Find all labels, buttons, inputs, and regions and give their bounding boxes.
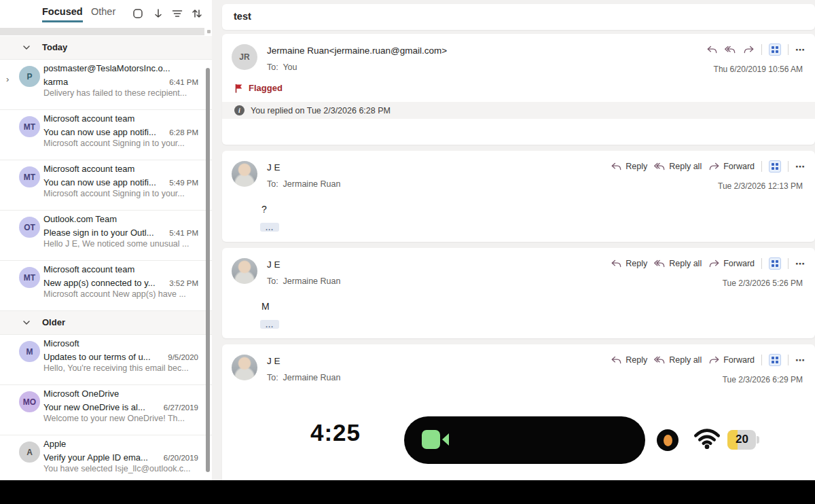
message-body: M — [261, 301, 270, 312]
item-subject: Please sign in to your Outl... — [43, 228, 164, 238]
avatar-photo — [232, 161, 257, 187]
item-time: 6:28 PM — [169, 128, 198, 137]
message-recipient: To: You — [267, 62, 297, 72]
item-subject: Your new OneDrive is al... — [43, 402, 158, 412]
battery-percent: 20 — [736, 433, 748, 446]
message-card: J E To: Jermaine Ruan Reply Reply all Fo… — [222, 248, 815, 338]
apps-grid-icon[interactable] — [769, 354, 781, 366]
item-subject: Verify your Apple ID ema... — [43, 452, 158, 463]
message-card: J E To: Jermaine Ruan Reply Reply all Fo… — [222, 344, 815, 480]
item-preview: Hello J E, We noticed some unusual ... — [43, 239, 198, 251]
list-item[interactable]: MT Microsoft account team New app(s) con… — [0, 261, 212, 311]
select-all-icon[interactable] — [132, 7, 144, 20]
reply-all-button[interactable]: Reply all — [654, 355, 702, 365]
arrow-down-icon[interactable] — [152, 7, 164, 20]
divider — [788, 44, 789, 55]
avatar: OT — [19, 217, 40, 238]
more-actions-button[interactable]: ⋯ — [795, 357, 805, 363]
tab-other[interactable]: Other — [91, 6, 115, 17]
message-card: JR Jermaine Ruan<jermaine.ruan@gmail.com… — [222, 34, 815, 145]
tab-focused[interactable]: Focused — [42, 6, 83, 22]
list-item[interactable]: MO Microsoft OneDrive Your new OneDrive … — [0, 385, 212, 435]
reply-all-button[interactable]: Reply all — [654, 259, 702, 268]
item-subject: You can now use app notifi... — [43, 127, 164, 137]
list-item[interactable]: › P postmaster@TeslaMotorsInc.o... karma… — [0, 60, 212, 110]
section-header-today[interactable]: Today — [0, 36, 212, 60]
list-item[interactable]: MT Microsoft account team You can now us… — [0, 160, 212, 211]
filter-icon[interactable] — [171, 7, 183, 20]
list-item[interactable]: MT Microsoft account team You can now us… — [0, 110, 212, 160]
forward-button[interactable]: Forward — [708, 162, 755, 171]
divider — [788, 161, 789, 172]
video-camera-icon — [422, 430, 440, 449]
list-header: Focused Other — [0, 0, 212, 27]
reply-all-label: Reply all — [669, 355, 702, 365]
item-subject: New app(s) connected to y... — [43, 278, 164, 288]
item-sender: Microsoft account team — [43, 264, 198, 276]
reply-button[interactable] — [706, 46, 718, 54]
message-sender: J E — [267, 162, 280, 173]
reply-label: Reply — [626, 162, 647, 171]
avatar: MT — [19, 267, 40, 288]
item-preview: Microsoft account Signing in to your... — [43, 139, 198, 151]
statusbar-clock: 4:25 — [310, 419, 361, 446]
list-item[interactable]: A Apple Verify your Apple ID ema... 6/20… — [0, 435, 212, 486]
item-sender: Apple — [43, 439, 198, 451]
forward-label: Forward — [723, 355, 755, 365]
battery-nub — [757, 436, 759, 444]
item-time: 6:41 PM — [169, 78, 198, 86]
avatar: MO — [19, 391, 40, 412]
item-sender: Microsoft — [43, 338, 198, 350]
message-recipient: To: Jermaine Ruan — [267, 276, 340, 286]
more-actions-button[interactable]: ⋯ — [795, 163, 805, 170]
wifi-icon — [693, 427, 721, 450]
scroll-up-arrow[interactable] — [207, 30, 211, 33]
quoted-text-expander[interactable]: ... — [260, 223, 279, 232]
chevron-down-icon — [22, 43, 31, 52]
item-time: 5:41 PM — [169, 229, 198, 237]
item-time: 6/20/2019 — [164, 454, 198, 462]
reply-button[interactable]: Reply — [611, 355, 647, 365]
reply-all-button[interactable] — [725, 46, 736, 54]
apps-grid-icon[interactable] — [769, 43, 781, 56]
reply-button[interactable]: Reply — [611, 259, 647, 268]
avatar-photo — [232, 258, 257, 284]
item-preview: You have selected Isje_llc@outlook.c... — [43, 464, 198, 476]
chevron-right-icon[interactable]: › — [6, 74, 9, 84]
item-preview: Microsoft account New app(s) have ... — [43, 289, 198, 302]
apps-grid-icon[interactable] — [769, 257, 781, 270]
apps-grid-icon[interactable] — [769, 160, 781, 173]
mail-list-pane: Focused Other Today — [0, 0, 212, 480]
item-subject: You can now use app notifi... — [43, 177, 164, 187]
forward-button[interactable]: Forward — [708, 259, 755, 268]
reply-all-button[interactable]: Reply all — [654, 162, 702, 171]
item-sender: Outlook.com Team — [43, 214, 198, 226]
forward-button[interactable]: Forward — [708, 355, 755, 365]
item-preview: Welcome to your new OneDrive! Th... — [43, 414, 198, 426]
more-actions-button[interactable]: ⋯ — [795, 46, 805, 53]
reply-button[interactable]: Reply — [611, 162, 647, 171]
scrollbar-thumb[interactable] — [206, 68, 210, 472]
mail-list: Today › P postmaster@TeslaMotorsInc.o...… — [0, 36, 212, 486]
reply-label: Reply — [626, 259, 647, 268]
section-label: Older — [42, 317, 65, 327]
list-item[interactable]: OT Outlook.com Team Please sign in to yo… — [0, 211, 212, 261]
list-scrollbar[interactable] — [206, 68, 211, 472]
item-time: 6/27/2019 — [164, 403, 198, 412]
section-header-older[interactable]: Older — [0, 311, 212, 335]
message-date: Tue 2/3/2026 5:26 PM — [723, 278, 803, 288]
divider — [761, 258, 762, 269]
more-actions-button[interactable]: ⋯ — [795, 260, 805, 267]
forward-button[interactable] — [743, 46, 755, 54]
forward-label: Forward — [723, 259, 755, 268]
letterbox-bottom — [0, 480, 815, 504]
quoted-text-expander[interactable]: ... — [260, 320, 279, 329]
list-item[interactable]: M Microsoft Updates to our terms of u...… — [0, 335, 212, 385]
flag-label: Flagged — [249, 83, 283, 93]
avatar: MT — [19, 166, 40, 187]
sort-icon[interactable] — [191, 7, 203, 20]
divider — [788, 258, 789, 269]
conversation-subject: test — [234, 11, 251, 22]
avatar: MT — [19, 116, 40, 137]
battery-icon: 20 — [727, 430, 756, 450]
